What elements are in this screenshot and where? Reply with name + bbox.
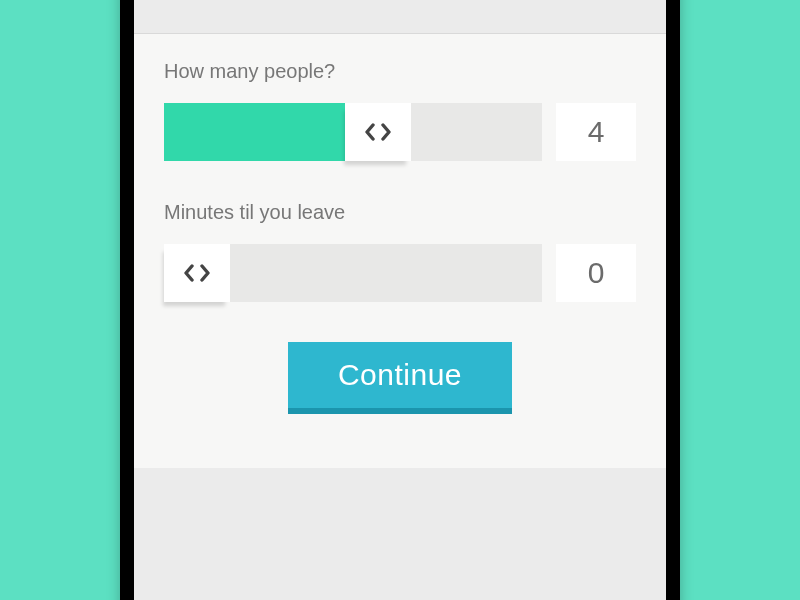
minutes-slider-remainder (230, 244, 542, 302)
chevron-right-icon (379, 123, 393, 141)
people-slider-handle[interactable] (345, 103, 411, 161)
people-slider-track[interactable] (164, 103, 542, 161)
chevron-left-icon (182, 264, 196, 282)
form-section: How many people? 4 Minutes til you leave (134, 34, 666, 468)
minutes-slider-track[interactable] (164, 244, 542, 302)
phone-screen: How many people? 4 Minutes til you leave (134, 0, 666, 600)
people-slider-fill (164, 103, 345, 161)
minutes-label: Minutes til you leave (164, 201, 636, 224)
section-divider (134, 0, 666, 34)
phone-frame: How many people? 4 Minutes til you leave (120, 0, 680, 600)
chevron-right-icon (198, 264, 212, 282)
people-value: 4 (556, 103, 636, 161)
people-slider-row: 4 (164, 103, 636, 161)
continue-wrap: Continue (164, 342, 636, 408)
minutes-slider-row: 0 (164, 244, 636, 302)
chevron-left-icon (363, 123, 377, 141)
continue-button[interactable]: Continue (288, 342, 512, 408)
minutes-value: 0 (556, 244, 636, 302)
people-slider-remainder (411, 103, 542, 161)
people-label: How many people? (164, 60, 636, 83)
minutes-slider-handle[interactable] (164, 244, 230, 302)
